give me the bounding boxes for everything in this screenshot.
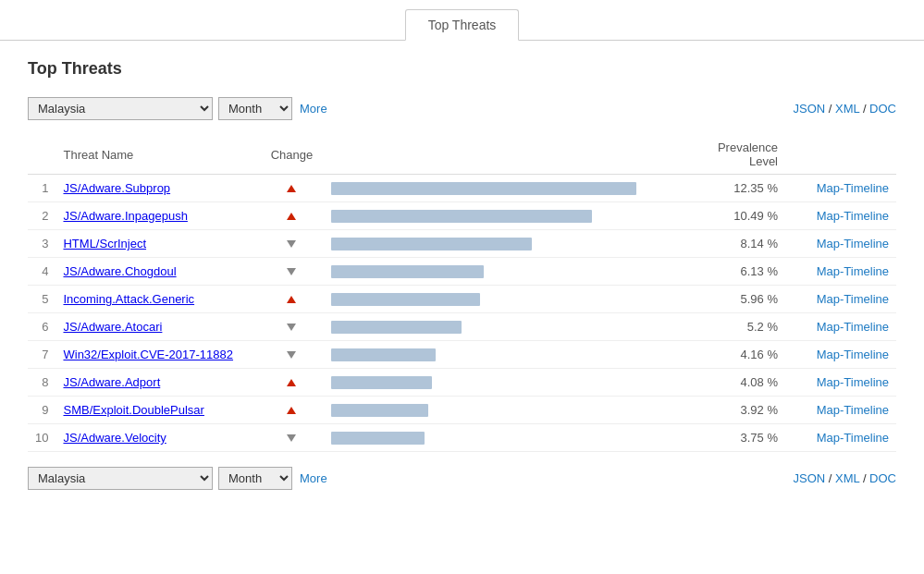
prevalence-bar <box>331 348 435 361</box>
cell-action: Map-Timeline <box>785 258 896 286</box>
map-timeline-link[interactable]: Map-Timeline <box>817 431 889 445</box>
down-arrow-icon <box>287 268 296 275</box>
cell-rank: 1 <box>28 175 55 202</box>
cell-action: Map-Timeline <box>785 424 896 452</box>
prevalence-bar <box>331 404 427 417</box>
table-row: 7Win32/Exploit.CVE-2017-118824.16 %Map-T… <box>28 341 896 369</box>
table-row: 10JS/Adware.Velocity3.75 %Map-Timeline <box>28 424 896 452</box>
threat-name-link[interactable]: JS/Adware.Adport <box>63 375 160 389</box>
tab-bar: Top Threats <box>0 0 924 41</box>
col-header-action <box>785 135 896 175</box>
threat-name-link[interactable]: Incoming.Attack.Generic <box>63 292 194 306</box>
more-link-top[interactable]: More <box>300 102 327 116</box>
cell-change <box>259 369 324 397</box>
cell-prevalence: 12.35 % <box>710 175 785 202</box>
prevalence-bar <box>331 182 635 195</box>
cell-bar <box>324 369 709 397</box>
bar-container <box>331 238 702 250</box>
bar-container <box>331 348 702 361</box>
col-header-num <box>28 135 55 175</box>
cell-change <box>259 230 324 258</box>
threat-name-link[interactable]: JS/Adware.Inpagepush <box>63 209 187 223</box>
cell-action: Map-Timeline <box>785 397 896 424</box>
map-timeline-link[interactable]: Map-Timeline <box>817 292 889 306</box>
cell-name: Win32/Exploit.CVE-2017-11882 <box>55 341 259 369</box>
col-header-prevalence: Prevalence Level <box>710 135 785 175</box>
cell-change <box>259 286 324 313</box>
threat-name-link[interactable]: Win32/Exploit.CVE-2017-11882 <box>63 348 233 361</box>
country-select-top[interactable]: Malaysia <box>28 97 213 120</box>
cell-name: SMB/Exploit.DoublePulsar <box>55 397 259 424</box>
more-link-bottom[interactable]: More <box>300 471 327 485</box>
cell-change <box>259 175 324 202</box>
cell-action: Map-Timeline <box>785 286 896 313</box>
cell-bar <box>324 397 709 424</box>
up-arrow-icon <box>287 379 296 386</box>
down-arrow-icon <box>287 240 296 248</box>
cell-change <box>259 202 324 230</box>
cell-action: Map-Timeline <box>785 175 896 202</box>
cell-name: JS/Adware.Inpagepush <box>55 202 259 230</box>
cell-bar <box>324 286 709 313</box>
prevalence-bar <box>331 210 591 223</box>
map-timeline-link[interactable]: Map-Timeline <box>817 320 889 334</box>
cell-change <box>259 397 324 424</box>
bar-container <box>331 210 702 223</box>
cell-rank: 7 <box>28 341 55 369</box>
down-arrow-icon <box>287 324 296 331</box>
country-select-bottom[interactable]: Malaysia <box>28 467 213 490</box>
cell-bar <box>324 341 709 369</box>
threat-name-link[interactable]: HTML/ScrInject <box>63 237 146 250</box>
map-timeline-link[interactable]: Map-Timeline <box>817 264 889 278</box>
table-row: 4JS/Adware.Chogdoul6.13 %Map-Timeline <box>28 258 896 286</box>
export-links-top: JSON / XML / DOC <box>793 102 896 116</box>
cell-action: Map-Timeline <box>785 202 896 230</box>
prevalence-bar <box>331 265 484 278</box>
json-link-bottom[interactable]: JSON <box>793 471 825 485</box>
table-row: 2JS/Adware.Inpagepush10.49 %Map-Timeline <box>28 202 896 230</box>
up-arrow-icon <box>287 407 296 414</box>
threat-name-link[interactable]: JS/Adware.Subprop <box>63 181 170 195</box>
tab-top-threats[interactable]: Top Threats <box>405 9 520 41</box>
top-controls-row: Malaysia Month More JSON / XML / DOC <box>28 97 896 120</box>
period-select-top[interactable]: Month <box>218 97 292 120</box>
table-row: 1JS/Adware.Subprop12.35 %Map-Timeline <box>28 175 896 202</box>
map-timeline-link[interactable]: Map-Timeline <box>817 237 889 250</box>
down-arrow-icon <box>287 434 296 442</box>
bar-container <box>331 404 702 417</box>
xml-link-bottom[interactable]: XML <box>835 471 859 485</box>
prevalence-bar <box>331 321 462 334</box>
cell-bar <box>324 202 709 230</box>
bar-container <box>331 432 702 445</box>
cell-name: HTML/ScrInject <box>55 230 259 258</box>
up-arrow-icon <box>287 296 296 303</box>
map-timeline-link[interactable]: Map-Timeline <box>817 209 889 223</box>
threats-table: Threat Name Change Prevalence Level 1JS/… <box>28 135 896 452</box>
period-select-bottom[interactable]: Month <box>218 467 292 490</box>
xml-link-top[interactable]: XML <box>835 102 859 116</box>
bottom-controls-row: Malaysia Month More JSON / XML / DOC <box>28 467 896 490</box>
threat-name-link[interactable]: JS/Adware.Velocity <box>63 431 166 445</box>
threat-name-link[interactable]: JS/Adware.Atocari <box>63 320 162 334</box>
export-links-bottom: JSON / XML / DOC <box>793 471 896 485</box>
cell-action: Map-Timeline <box>785 369 896 397</box>
up-arrow-icon <box>287 213 296 220</box>
cell-rank: 4 <box>28 258 55 286</box>
cell-rank: 9 <box>28 397 55 424</box>
json-link-top[interactable]: JSON <box>793 102 825 116</box>
cell-change <box>259 341 324 369</box>
cell-name: JS/Adware.Subprop <box>55 175 259 202</box>
map-timeline-link[interactable]: Map-Timeline <box>817 181 889 195</box>
map-timeline-link[interactable]: Map-Timeline <box>817 348 889 361</box>
cell-prevalence: 3.75 % <box>710 424 785 452</box>
map-timeline-link[interactable]: Map-Timeline <box>817 403 889 417</box>
cell-name: JS/Adware.Velocity <box>55 424 259 452</box>
doc-link-top[interactable]: DOC <box>869 102 896 116</box>
threat-name-link[interactable]: JS/Adware.Chogdoul <box>63 264 176 278</box>
threat-name-link[interactable]: SMB/Exploit.DoublePulsar <box>63 403 203 417</box>
doc-link-bottom[interactable]: DOC <box>869 471 896 485</box>
map-timeline-link[interactable]: Map-Timeline <box>817 375 889 389</box>
table-row: 5Incoming.Attack.Generic5.96 %Map-Timeli… <box>28 286 896 313</box>
cell-rank: 10 <box>28 424 55 452</box>
bar-container <box>331 293 702 306</box>
